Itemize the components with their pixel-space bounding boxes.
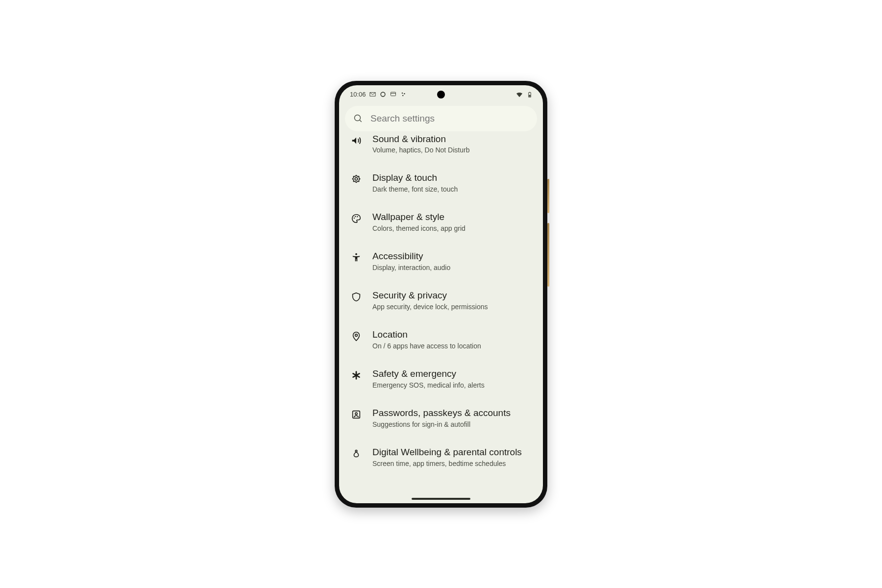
- settings-item-display[interactable]: Display & touch Dark theme, font size, t…: [339, 163, 543, 202]
- settings-item-wallpaper[interactable]: Wallpaper & style Colors, themed icons, …: [339, 202, 543, 242]
- settings-list[interactable]: Sound & vibration Volume, haptics, Do No…: [339, 132, 543, 503]
- settings-item-title: Sound & vibration: [372, 133, 469, 145]
- settings-item-location[interactable]: Location On / 6 apps have access to loca…: [339, 320, 543, 359]
- settings-item-title: Accessibility: [372, 250, 450, 262]
- settings-item-wellbeing[interactable]: Digital Wellbeing & parental controls Sc…: [339, 438, 543, 477]
- settings-item-title: Digital Wellbeing & parental controls: [372, 446, 522, 458]
- screen: 10:06 Soun: [339, 85, 543, 503]
- navigation-handle[interactable]: [412, 498, 470, 500]
- dots-icon: [400, 91, 407, 98]
- settings-item-subtitle: On / 6 apps have access to location: [372, 342, 481, 350]
- settings-item-security[interactable]: Security & privacy App security, device …: [339, 281, 543, 320]
- asterisk-icon: [350, 370, 363, 381]
- battery-icon: [526, 90, 533, 99]
- settings-item-sound[interactable]: Sound & vibration Volume, haptics, Do No…: [339, 132, 543, 164]
- settings-item-subtitle: Screen time, app timers, bedtime schedul…: [372, 459, 522, 468]
- status-time: 10:06: [350, 91, 366, 98]
- settings-item-subtitle: App security, device lock, permissions: [372, 302, 488, 311]
- search-bar[interactable]: [345, 106, 537, 131]
- search-input[interactable]: [369, 113, 528, 124]
- settings-item-title: Location: [372, 329, 481, 341]
- wifi-icon: [515, 91, 523, 98]
- settings-item-subtitle: Dark theme, font size, touch: [372, 185, 458, 194]
- settings-item-title: Safety & emergency: [372, 368, 485, 380]
- camera-hole: [437, 91, 445, 98]
- accessibility-icon: [350, 252, 363, 263]
- settings-item-subtitle: Colors, themed icons, app grid: [372, 224, 466, 233]
- brightness-icon: [350, 174, 363, 185]
- gmail-icon: [369, 91, 376, 98]
- settings-item-title: Passwords, passkeys & accounts: [372, 407, 511, 419]
- settings-item-accessibility[interactable]: Accessibility Display, interaction, audi…: [339, 242, 543, 281]
- settings-item-safety[interactable]: Safety & emergency Emergency SOS, medica…: [339, 359, 543, 398]
- phone-frame: 10:06 Soun: [335, 81, 547, 508]
- shield-icon: [350, 292, 363, 302]
- settings-item-title: Wallpaper & style: [372, 211, 466, 223]
- location-icon: [350, 331, 363, 342]
- settings-item-subtitle: Emergency SOS, medical info, alerts: [372, 381, 485, 390]
- circle-icon: [379, 91, 387, 98]
- settings-item-subtitle: Suggestions for sign-in & autofill: [372, 420, 511, 429]
- settings-item-subtitle: Display, interaction, audio: [372, 263, 450, 272]
- settings-item-title: Security & privacy: [372, 290, 488, 301]
- settings-item-title: Display & touch: [372, 172, 458, 184]
- wellbeing-icon: [350, 448, 363, 459]
- search-icon: [354, 114, 363, 123]
- chat-icon: [390, 91, 397, 98]
- settings-item-passwords[interactable]: Passwords, passkeys & accounts Suggestio…: [339, 398, 543, 438]
- settings-item-subtitle: Volume, haptics, Do Not Disturb: [372, 146, 469, 154]
- account-box-icon: [350, 409, 363, 420]
- volume-icon: [350, 135, 363, 146]
- palette-icon: [350, 213, 363, 224]
